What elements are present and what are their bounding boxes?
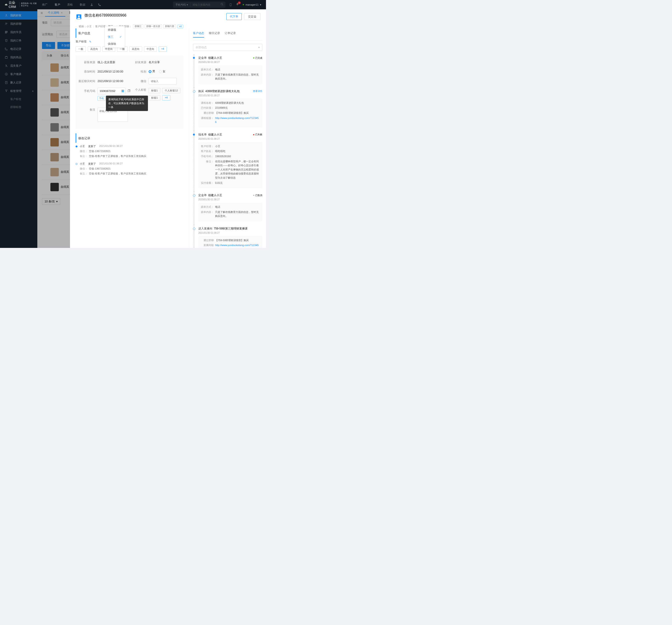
info-source: 线上-北京昱新	[98, 60, 129, 65]
timeline-item: 报名单创建人小王已失败2020/01/30 01:38:27客户经理：小王客户姓…	[194, 131, 262, 192]
timeline-item: 定金单创建人小王已完成2020/01/30 01:38:27跟单方式：电话跟单内…	[194, 54, 262, 88]
svg-rect-18	[123, 90, 124, 91]
personal-tag: 个人标签12	[162, 88, 181, 93]
log-item: 小王更新了2021/01/30 01:38:27微信：空值-1367218282…	[76, 145, 184, 158]
radio-female[interactable]: 女	[159, 70, 165, 73]
svg-point-16	[78, 16, 80, 17]
link[interactable]: http://www.yunduoketang.com/?123456	[215, 243, 260, 248]
phone-btn[interactable]: 手机	[98, 96, 105, 101]
svg-rect-20	[123, 91, 124, 92]
customer-tag: 一般	[76, 46, 86, 52]
tag-more[interactable]: +4	[159, 46, 167, 52]
manager-dropdown: 师馨薇张三✓俱保咏	[105, 26, 125, 48]
svg-rect-19	[122, 91, 123, 92]
personal-tag: 标签1	[149, 95, 160, 101]
section-customer-info: 客户信息	[76, 28, 184, 38]
customer-tag: 高意向	[129, 46, 142, 52]
dropdown-item[interactable]: 张三✓	[105, 33, 125, 40]
activity-tab[interactable]: 聊天记录	[209, 31, 220, 38]
info-gender: 男女	[149, 70, 181, 74]
phone-lookup-icon[interactable]	[121, 90, 124, 92]
activity-tab[interactable]: 客户动态	[193, 31, 204, 38]
timeline-item: 购买4399理财课进阶课程大礼包查看详情2021/01/30 01:38:27课…	[194, 88, 262, 131]
log-item: 小王更新了2021/01/30 01:38:27微信：空值-1367218282…	[76, 162, 184, 175]
wechat-input[interactable]	[149, 78, 177, 84]
info-friend-source: 名片分享	[149, 60, 181, 65]
timeline-item: 进入直播间759-59班第三期理财直播课2021/01/30 01:38:27通…	[194, 225, 262, 248]
info-add-time: 2021/09/10 12:00:00	[98, 70, 129, 73]
activity-tab[interactable]: 订单记录	[225, 31, 236, 38]
customer-drawer: 微信名称6789990000966 代下单 交定金 昵称：小王|客户经理：张三 …	[70, 9, 266, 248]
view-detail-link[interactable]: 查看详情	[253, 90, 262, 93]
dropdown-item[interactable]: 师馨薇	[105, 26, 125, 33]
customer-tag: 中意向	[144, 46, 157, 52]
ptag-more[interactable]: +4	[162, 95, 170, 101]
phone-tooltip: 查询到此手机号码在系统中已存在，可以将两条客户数据合并为一条	[106, 96, 148, 111]
radio-male[interactable]: 男	[149, 70, 155, 73]
customer-icon	[76, 14, 82, 20]
timeline-item: 定金单创建人小王已取消2020/01/30 01:38:27跟单方式：电话跟单内…	[194, 192, 262, 225]
svg-rect-17	[122, 90, 123, 91]
drawer-title: 微信名称6789990000966	[85, 13, 126, 18]
customer-tag: 高意向	[88, 46, 101, 52]
section-mod-log: 修改记录	[76, 133, 184, 143]
activity-filter-select[interactable]: 全部动态▾	[193, 44, 262, 51]
edit-tags-icon[interactable]: ✎	[89, 40, 92, 43]
link[interactable]: http://www.yunduoketang.com/?123456	[215, 116, 260, 124]
personal-tag: 标签1	[149, 88, 160, 93]
order-button[interactable]: 代下单	[226, 13, 242, 20]
deposit-button[interactable]: 交定金	[244, 13, 260, 20]
tag-label: 客户标签	[76, 40, 87, 44]
info-last-chat: 2021/09/10 12:00:00	[98, 79, 129, 83]
dropdown-item[interactable]: 俱保咏	[105, 40, 125, 47]
